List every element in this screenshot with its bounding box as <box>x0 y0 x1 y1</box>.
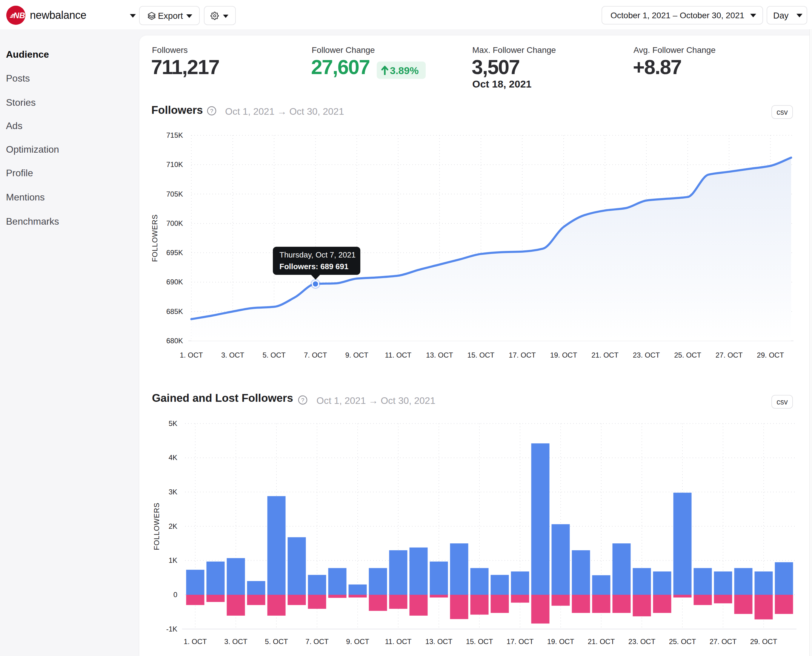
svg-text:27. OCT: 27. OCT <box>716 351 743 359</box>
svg-text:700K: 700K <box>166 219 183 227</box>
svg-text:19. OCT: 19. OCT <box>550 351 577 359</box>
svg-text:1. OCT: 1. OCT <box>184 637 207 645</box>
svg-text:3. OCT: 3. OCT <box>221 351 244 359</box>
svg-text:0: 0 <box>173 591 178 599</box>
svg-text:21. OCT: 21. OCT <box>591 351 619 359</box>
svg-text:FOLLOWERS: FOLLOWERS <box>151 214 159 262</box>
svg-text:17. OCT: 17. OCT <box>506 637 534 645</box>
svg-text:29. OCT: 29. OCT <box>757 351 784 359</box>
svg-text:?: ? <box>210 108 213 114</box>
svg-text:710K: 710K <box>166 161 183 169</box>
svg-text:23. OCT: 23. OCT <box>633 351 660 359</box>
svg-text:13. OCT: 13. OCT <box>425 637 452 645</box>
svg-text:715K: 715K <box>166 131 183 139</box>
svg-text:25. OCT: 25. OCT <box>669 637 696 645</box>
svg-text:27. OCT: 27. OCT <box>710 637 737 645</box>
svg-text:9. OCT: 9. OCT <box>346 351 369 359</box>
svg-text:2K: 2K <box>169 522 178 530</box>
svg-text:3. OCT: 3. OCT <box>224 637 247 645</box>
svg-text:7. OCT: 7. OCT <box>304 351 327 359</box>
svg-text:-1K: -1K <box>166 625 178 633</box>
svg-text:5K: 5K <box>169 419 178 427</box>
svg-text:15. OCT: 15. OCT <box>466 637 493 645</box>
svg-text:4K: 4K <box>169 453 178 461</box>
svg-text:25. OCT: 25. OCT <box>674 351 701 359</box>
svg-text:5. OCT: 5. OCT <box>262 351 286 359</box>
svg-text:695K: 695K <box>166 249 183 257</box>
svg-text:NB: NB <box>14 11 25 20</box>
svg-text:5. OCT: 5. OCT <box>265 637 288 645</box>
svg-text:?: ? <box>301 397 304 403</box>
svg-text:9. OCT: 9. OCT <box>346 637 369 645</box>
svg-text:1. OCT: 1. OCT <box>180 351 203 359</box>
svg-text:705K: 705K <box>166 190 183 198</box>
svg-text:15. OCT: 15. OCT <box>468 351 495 359</box>
svg-text:1K: 1K <box>169 556 178 564</box>
svg-text:21. OCT: 21. OCT <box>588 637 615 645</box>
svg-text:17. OCT: 17. OCT <box>509 351 536 359</box>
svg-text:11. OCT: 11. OCT <box>385 637 412 645</box>
svg-text:11. OCT: 11. OCT <box>385 351 411 359</box>
svg-text:685K: 685K <box>166 307 183 316</box>
svg-text:29. OCT: 29. OCT <box>750 637 777 645</box>
svg-text:680K: 680K <box>166 337 183 345</box>
svg-text:3K: 3K <box>169 488 178 496</box>
svg-text:23. OCT: 23. OCT <box>628 637 656 645</box>
svg-text:13. OCT: 13. OCT <box>426 351 453 359</box>
svg-text:FOLLOWERS: FOLLOWERS <box>153 503 161 550</box>
svg-text:19. OCT: 19. OCT <box>547 637 574 645</box>
svg-text:7. OCT: 7. OCT <box>306 637 329 645</box>
svg-text:690K: 690K <box>166 278 183 286</box>
